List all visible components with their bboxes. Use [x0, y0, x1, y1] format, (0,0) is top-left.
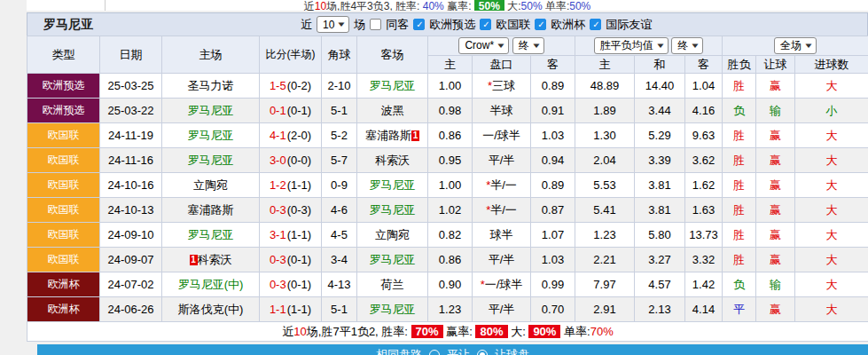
col-corner: 角球	[322, 36, 357, 74]
goals-flag: 大	[826, 253, 838, 266]
table-row: 欧国联 24-09-07 1科索沃 0-3(0-1) 3-4 罗马尼亚 0.86…	[27, 248, 868, 272]
home-team[interactable]: 斯洛伐克(中)	[178, 303, 244, 316]
europe-time-value: 终	[677, 38, 688, 53]
summary-match-count: 10	[315, 0, 326, 11]
odds-company-select[interactable]: Crow* ▼	[458, 37, 509, 54]
eu-draw-odds: 4.57	[635, 272, 685, 297]
away-team[interactable]: 罗马尼亚	[370, 178, 416, 192]
odds-time-select[interactable]: 终 ▼	[512, 37, 544, 54]
eu-home-odds: 1.30	[575, 123, 635, 148]
match-date: 25-03-25	[100, 74, 162, 99]
corner-count: 5-7	[322, 148, 357, 173]
table-row: 欧洲杯 24-07-02 罗马尼亚(中) 0-3(0-1) 4-13 荷兰 0.…	[27, 272, 868, 297]
eu-away-odds: 1.63	[685, 198, 723, 223]
handicap-result-flag: 赢	[770, 129, 781, 142]
summary-big-label: 大:	[507, 0, 520, 11]
home-team[interactable]: 科索沃	[198, 253, 232, 266]
eu-away-odds: 1.62	[685, 173, 723, 198]
league-badge: 欧国联	[27, 248, 99, 272]
away-team[interactable]: 塞浦路斯	[365, 129, 411, 142]
handicap-result-flag: 赢	[770, 154, 781, 167]
filter-label-nations-league: 欧国联	[496, 17, 530, 33]
eu-draw-odds: 3.44	[635, 99, 685, 123]
match-date: 25-03-22	[100, 99, 162, 123]
col-type: 类型	[27, 36, 100, 74]
home-team[interactable]: 罗马尼亚	[188, 129, 234, 142]
filter-label-friendly: 国际友谊	[606, 17, 652, 33]
ah-home-odds: 1.23	[428, 297, 473, 322]
eu-away-odds: 3.62	[685, 148, 723, 173]
full-score: 1-2	[270, 178, 286, 192]
corner-count: 4-5	[322, 223, 357, 248]
result-flag: 胜	[733, 79, 745, 92]
eu-draw-odds: 14.40	[635, 74, 685, 99]
away-team[interactable]: 罗马尼亚	[370, 253, 416, 266]
home-team[interactable]: 罗马尼亚	[188, 104, 234, 117]
summary-match-count: 10	[293, 325, 306, 338]
goals-flag: 大	[826, 129, 838, 142]
home-team[interactable]: 罗马尼亚	[188, 154, 234, 167]
home-team[interactable]: 立陶宛	[193, 178, 228, 192]
scope-value: 全场	[780, 38, 802, 53]
eu-away-odds: 3.32	[685, 248, 723, 272]
filter-checkbox-euro-cup[interactable]	[535, 19, 546, 30]
eu-draw-odds: 5.29	[635, 123, 685, 148]
away-team[interactable]: 科索沃	[375, 154, 410, 167]
eu-home-odds: 1.89	[575, 99, 635, 123]
footer-option-flat: 平让	[447, 347, 470, 355]
chevron-down-icon: ▼	[496, 42, 506, 50]
league-badge: 欧国联	[27, 148, 99, 172]
eu-away-odds: 1.42	[685, 272, 723, 297]
filter-checkbox-nations-league[interactable]	[480, 19, 491, 30]
result-flag: 平	[733, 303, 745, 316]
away-team[interactable]: 罗马尼亚	[370, 79, 416, 92]
eu-home-odds: 2.91	[575, 297, 635, 322]
home-team[interactable]: 罗马尼亚	[188, 228, 234, 241]
full-score: 0-1	[270, 104, 286, 117]
col-eu-draw: 和	[635, 56, 685, 74]
red-card-badge: 1	[411, 130, 419, 141]
table-row: 欧洲杯 24-06-26 斯洛伐克(中) 1-1(1-1) 5-1 罗马尼亚 1…	[27, 297, 868, 322]
ah-home-odds: 0.90	[428, 272, 473, 297]
recent-count-value: 10	[323, 19, 334, 31]
same-away-checkbox[interactable]	[370, 19, 381, 30]
europe-time-select[interactable]: 终 ▼	[671, 37, 703, 54]
handicap-result-flag: 赢	[770, 79, 781, 92]
filter-checkbox-euro-qualifier[interactable]	[413, 19, 425, 30]
goals-flag: 大	[826, 203, 838, 217]
corner-count: 4-13	[322, 272, 357, 297]
away-team[interactable]: 波黑	[381, 104, 404, 117]
radio-flat-handicap[interactable]	[429, 350, 440, 355]
recent-count-select[interactable]: 10 ▼	[317, 16, 349, 33]
home-team[interactable]: 圣马力诺	[188, 79, 234, 92]
match-date: 24-10-16	[100, 173, 162, 198]
league-badge: 欧国联	[27, 123, 99, 147]
away-team[interactable]: 罗马尼亚	[370, 303, 416, 316]
summary-single-label: 单率:	[545, 0, 569, 11]
handicap-line: 平/半	[489, 253, 515, 266]
goals-flag: 大	[826, 228, 838, 241]
col-eu-home: 主	[575, 56, 635, 74]
away-team[interactable]: 荷兰	[381, 278, 404, 291]
result-flag: 胜	[733, 228, 745, 241]
ah-away-odds: 0.89	[531, 74, 575, 99]
radio-goal-handicap[interactable]	[477, 350, 488, 355]
europe-odds-select[interactable]: 胜平负均值 ▼	[594, 37, 669, 54]
result-flag: 胜	[733, 154, 745, 167]
match-date: 24-11-16	[100, 148, 162, 173]
table-row: 欧国联 24-10-16 立陶宛 1-2(1-1) 0-9 罗马尼亚 1.00 …	[27, 173, 868, 198]
panel-header: 罗马尼亚 近 10 ▼ 场 同客 欧洲预选 欧国联 欧洲杯 国际友谊	[27, 12, 868, 36]
away-team[interactable]: 立陶宛	[375, 228, 410, 241]
red-card-badge: 1	[190, 255, 198, 265]
handicap-line: 平/半	[489, 154, 515, 167]
handicap-line: 球半	[490, 228, 513, 241]
away-team[interactable]: 罗马尼亚	[370, 203, 416, 217]
filter-checkbox-friendly[interactable]	[590, 19, 601, 30]
scope-select[interactable]: 全场 ▼	[774, 37, 817, 54]
handicap-line: 三球	[492, 79, 515, 92]
home-team[interactable]: 罗马尼亚(中)	[178, 278, 244, 291]
col-away: 客场	[357, 36, 428, 74]
home-team[interactable]: 塞浦路斯	[188, 203, 234, 217]
chevron-down-icon: ▼	[690, 42, 700, 50]
corner-count: 0-9	[322, 173, 357, 198]
